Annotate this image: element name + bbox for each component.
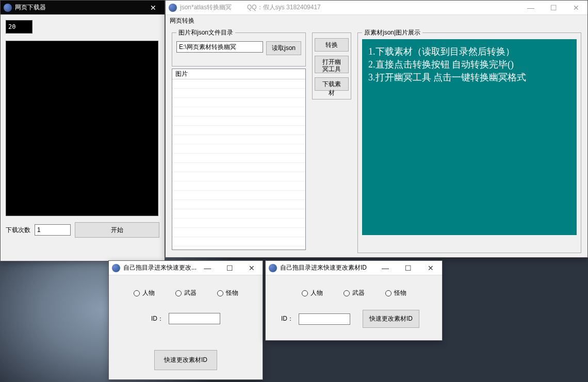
radio-character[interactable]: 人物 xyxy=(134,289,155,297)
window-title: 网页下载器 xyxy=(15,3,46,12)
titlebar[interactable]: json*atlas转换幽冥 QQ：假人sys 3182409417 — ☐ ✕ xyxy=(166,1,587,15)
titlebar[interactable]: 网页下载器 ✕ xyxy=(1,1,165,15)
open-tool-button[interactable]: 打开幽冥工具 xyxy=(315,56,349,73)
type-radio-group: 人物 武器 怪物 xyxy=(271,278,437,303)
radio-icon xyxy=(134,290,140,296)
close-icon[interactable]: ✕ xyxy=(565,1,587,15)
group-preview: 原素材json|图片展示 1.下载素材（读取到目录然后转换） 2.直接点击转换按… xyxy=(357,32,581,253)
list-body[interactable] xyxy=(172,79,305,250)
app-icon xyxy=(112,264,120,272)
preview-canvas xyxy=(6,41,158,216)
list-header[interactable]: 图片 xyxy=(172,69,305,79)
change-id-button[interactable]: 快速更改素材ID xyxy=(154,350,217,370)
change-id-button[interactable]: 快速更改素材ID xyxy=(363,310,419,328)
menubar: 网页转换 xyxy=(166,15,587,26)
app-icon xyxy=(4,4,12,12)
read-json-button[interactable]: 读取json xyxy=(266,41,301,55)
group-title: 原素材json|图片展示 xyxy=(362,28,422,37)
window-subtitle: QQ：假人sys 3182409417 xyxy=(247,3,321,12)
minimize-icon[interactable]: — xyxy=(519,1,542,15)
minimize-icon[interactable]: — xyxy=(197,261,219,275)
small-display: 20 xyxy=(6,20,32,34)
app-icon xyxy=(169,4,177,12)
id-input[interactable] xyxy=(299,313,350,325)
close-icon[interactable]: ✕ xyxy=(419,261,442,275)
radio-icon xyxy=(385,290,391,296)
radio-weapon[interactable]: 武器 xyxy=(175,289,197,297)
convert-button[interactable]: 转换 xyxy=(315,38,349,52)
type-radio-group: 人物 武器 怪物 xyxy=(114,278,257,303)
radio-icon xyxy=(302,290,308,296)
id-label: ID： xyxy=(281,314,293,323)
maximize-icon[interactable]: ☐ xyxy=(542,1,565,15)
titlebar[interactable]: 自己拖目录进来快速更改素材ID — ☐ ✕ xyxy=(266,261,442,275)
titlebar[interactable]: 自己拖目录进来快速更改... — ☐ ✕ xyxy=(109,261,263,275)
app-icon xyxy=(269,264,277,272)
id-input[interactable] xyxy=(169,313,220,324)
count-label: 下载次数 xyxy=(6,226,30,235)
window-title: json*atlas转换幽冥 xyxy=(180,3,232,12)
count-input[interactable] xyxy=(35,224,71,236)
radio-monster[interactable]: 怪物 xyxy=(385,289,406,297)
group-actions: 转换 打开幽冥工具 下载素材 xyxy=(312,32,351,99)
maximize-icon[interactable]: ☐ xyxy=(397,261,419,275)
radio-icon xyxy=(344,290,350,296)
list-header-label: 图片 xyxy=(175,70,188,78)
id-changer-window-2: 自己拖目录进来快速更改素材ID — ☐ ✕ 人物 武器 怪物 ID： 快速更改素… xyxy=(265,260,443,341)
maximize-icon[interactable]: ☐ xyxy=(219,261,241,275)
minimize-icon[interactable]: — xyxy=(374,261,397,275)
directory-input[interactable] xyxy=(176,41,263,53)
window-title: 自己拖目录进来快速更改... xyxy=(123,263,197,272)
preview-text: 1.下载素材（读取到目录然后转换） 2.直接点击转换按钮 自动转换完毕() 3.… xyxy=(362,39,577,235)
group-directory: 图片和json文件目录 读取json xyxy=(172,32,306,67)
id-label: ID： xyxy=(151,314,164,323)
downloader-window: 网页下载器 ✕ 20 下载次数 开始 xyxy=(0,0,165,261)
radio-monster[interactable]: 怪物 xyxy=(217,289,238,297)
converter-window: json*atlas转换幽冥 QQ：假人sys 3182409417 — ☐ ✕… xyxy=(165,0,588,258)
radio-character[interactable]: 人物 xyxy=(302,289,323,297)
download-button[interactable]: 下载素材 xyxy=(315,77,349,91)
id-changer-window-1: 自己拖目录进来快速更改... — ☐ ✕ 人物 武器 怪物 ID： 快速更改素材… xyxy=(108,260,263,380)
start-button[interactable]: 开始 xyxy=(75,222,159,238)
window-title: 自己拖目录进来快速更改素材ID xyxy=(280,263,367,272)
radio-weapon[interactable]: 武器 xyxy=(344,289,365,297)
group-title: 图片和json文件目录 xyxy=(176,28,235,37)
radio-icon xyxy=(175,290,182,296)
radio-icon xyxy=(217,290,223,296)
small-display-value: 20 xyxy=(8,23,15,30)
image-listview[interactable]: 图片 xyxy=(172,69,306,250)
close-icon[interactable]: ✕ xyxy=(142,1,165,15)
close-icon[interactable]: ✕ xyxy=(240,261,263,275)
menu-web-convert[interactable]: 网页转换 xyxy=(170,17,194,24)
